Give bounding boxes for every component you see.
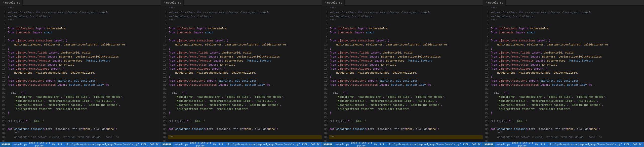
status-mode-3: NORMAL	[322, 142, 334, 147]
status-right-2: 0% 1:1	[213, 143, 223, 146]
tab-number-3: 1	[325, 1, 326, 4]
tab-number-4: 1	[486, 1, 487, 4]
status-linecount-3: 1lib/python/site-packages/django/forms/m…	[387, 143, 481, 146]
status-pos-3: 1:1	[380, 143, 384, 146]
status-mode-2: NORMAL	[161, 142, 173, 147]
status-filename-1: models.py	[14, 143, 27, 146]
status-mode-4: NORMAL	[483, 142, 495, 147]
tab-bar-2: 1 models.py	[161, 0, 322, 6]
tab-1[interactable]: 1 models.py	[0, 0, 23, 6]
status-bar-4: NORMAL models.py unix | utf-8 | python 0…	[483, 142, 644, 147]
code-area-3: 1234567891011121314151617181920212223242…	[322, 6, 483, 142]
editor-pane-2[interactable]: 1 models.py 1234567891011121314151617181…	[161, 0, 322, 147]
tab-3[interactable]: 1 models.py	[322, 0, 345, 6]
status-percent-4: 0%	[535, 143, 538, 146]
status-bar-3: NORMAL models.py unix | utf-8 | python 0…	[322, 142, 483, 147]
status-filename-2b: models.py	[175, 143, 188, 146]
editor-pane-3[interactable]: 1 models.py 1234567891011121314151617181…	[322, 0, 483, 147]
tab-filename-4: models.py	[488, 1, 503, 4]
status-mode-1: NORMAL	[0, 142, 12, 147]
status-filename-3b: models.py	[336, 143, 349, 146]
tab-bar-4: 1 models.py	[483, 0, 644, 6]
status-bar-1: NORMAL models.py unix | utf-8 | python 0…	[0, 142, 161, 147]
status-pos-4: 1:1	[541, 143, 545, 146]
status-right-1: 0% 1:1	[52, 143, 62, 146]
editor-pane-4[interactable]: 1 models.py 1234567891011121314151617181…	[483, 0, 644, 147]
code-text-4: """ Helper functions for creating Form c…	[490, 6, 644, 142]
tab-4[interactable]: 1 models.py	[483, 0, 506, 6]
status-bar-2: NORMAL models.py unix | utf-8 | python 0…	[161, 142, 322, 147]
status-linecount-2: 1lib/python/site-packages/django/forms/m…	[226, 143, 320, 146]
status-path-4: unix | utf-8 | python	[512, 142, 534, 147]
code-area-2: 1234567891011121314151617181920212223242…	[161, 6, 322, 142]
status-filename-4b: models.py	[497, 143, 510, 146]
status-right-3: 0% 1:1	[374, 143, 384, 146]
tab-2[interactable]: 1 models.py	[161, 0, 184, 6]
tab-bar-3: 1 models.py	[322, 0, 483, 6]
status-pos-1: 1:1	[58, 143, 62, 146]
tab-number-2: 1	[164, 1, 165, 4]
status-percent-3: 0%	[374, 143, 377, 146]
line-numbers-1: 1234567891011121314151617181920212223242…	[0, 6, 7, 142]
tab-filename-3: models.py	[327, 1, 342, 4]
code-area-4: 1234567891011121314151617181920212223242…	[483, 6, 644, 142]
status-path-2: unix | utf-8 | python	[190, 142, 212, 147]
code-text-1: """ Helper functions for creating Form c…	[7, 6, 161, 142]
line-numbers-2: 1234567891011121314151617181920212223242…	[161, 6, 168, 142]
editor-pane-1[interactable]: 1 models.py 1234567891011121314151617181…	[0, 0, 161, 147]
tab-bar-1: 1 models.py	[0, 0, 161, 6]
tab-number: 1	[3, 1, 4, 4]
status-linecount-4: 1lib/python/site-packages/django/forms/m…	[548, 143, 642, 146]
status-path-1: unix | utf-8 | python	[29, 142, 51, 147]
status-percent-2: 0%	[213, 143, 216, 146]
code-text-3: """ Helper functions for creating Form c…	[329, 6, 483, 142]
status-right-4: 0% 1:1	[535, 143, 545, 146]
tab-filename: models.py	[5, 1, 20, 4]
line-numbers-4: 1234567891011121314151617181920212223242…	[483, 6, 490, 142]
code-text-2: """ Helper functions for creating Form c…	[168, 6, 322, 142]
status-pos-2: 1:1	[219, 143, 223, 146]
line-numbers-3: 1234567891011121314151617181920212223242…	[322, 6, 329, 142]
code-area-1: 1234567891011121314151617181920212223242…	[0, 6, 161, 142]
status-path-3: unix | utf-8 | python	[351, 142, 373, 147]
status-percent-1: 0%	[52, 143, 55, 146]
status-linecount-1: 1lib/python/site-packages/django/forms/m…	[65, 143, 159, 146]
tab-filename-2: models.py	[166, 1, 181, 4]
